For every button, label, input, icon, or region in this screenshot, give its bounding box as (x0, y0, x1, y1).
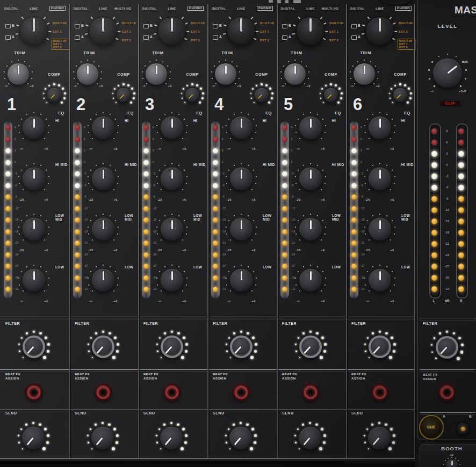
tick-dot (392, 271, 393, 272)
filter-knob[interactable] (92, 335, 114, 358)
meter-scale-label: -33 (360, 288, 368, 290)
eq-hi-mid-knob[interactable] (161, 167, 183, 190)
eq-hi-knob[interactable] (23, 116, 45, 139)
input-selector-knob[interactable] (365, 17, 394, 46)
trim-max-mark: +9 (234, 84, 244, 88)
beat-fx-assign-button[interactable] (301, 383, 320, 402)
input-selector-knob[interactable] (227, 17, 256, 46)
pointer-line (33, 271, 35, 280)
eq-band-label: HI (263, 119, 276, 122)
eq-hi-mid-knob[interactable] (369, 167, 391, 190)
tick-dot (248, 165, 249, 166)
meter-led (75, 264, 80, 269)
beat-fx-assign-button[interactable] (94, 383, 112, 402)
eq-low-mid-knob[interactable] (23, 218, 45, 240)
tick-dot (250, 447, 253, 450)
trim-knob[interactable] (77, 63, 98, 85)
master-filter-label: FILTER (423, 322, 437, 325)
eq-low-mid-knob[interactable] (369, 218, 391, 240)
send-knob[interactable] (229, 427, 252, 449)
tick-dot (330, 83, 331, 85)
comp-knob[interactable] (324, 88, 338, 102)
eq-min-mark: -26 (292, 249, 304, 252)
eq-hi-knob[interactable] (299, 116, 322, 139)
tick-dot (255, 183, 256, 184)
filter-knob[interactable] (230, 335, 253, 358)
eq-low-mid-knob[interactable] (161, 218, 183, 240)
eq-low-knob[interactable] (92, 269, 114, 291)
beat-fx-assign-button[interactable] (371, 383, 389, 402)
tick-dot (156, 60, 157, 61)
tick-dot (164, 266, 165, 267)
beat-fx-assign-button[interactable] (163, 383, 181, 402)
eq-band-label: LOW MID (55, 214, 68, 222)
eq-hi-knob[interactable] (92, 116, 114, 139)
eq-low-knob[interactable] (161, 269, 183, 291)
booth-hi-knob[interactable] (446, 459, 458, 467)
cue-button[interactable]: CUE (421, 417, 442, 437)
tick-dot (288, 61, 289, 62)
trim-knob[interactable] (146, 63, 167, 85)
comp-knob[interactable] (47, 88, 61, 102)
tick-dot (87, 60, 88, 61)
eq-low-knob[interactable] (299, 269, 322, 291)
tick-dot (324, 183, 326, 184)
meter-led (282, 252, 287, 258)
trim-knob[interactable] (284, 63, 306, 85)
master-level-knob[interactable] (433, 59, 462, 87)
input-selector-knob[interactable] (296, 17, 325, 46)
trim-knob[interactable] (8, 63, 29, 85)
tick-dot (372, 266, 373, 267)
send-knob[interactable] (160, 427, 183, 449)
comp-knob[interactable] (117, 88, 131, 102)
send-knob[interactable] (22, 427, 45, 449)
beat-fx-assign-button[interactable] (25, 383, 43, 402)
tick-dot (369, 357, 370, 358)
master-beat-fx-assign-button[interactable] (438, 383, 456, 402)
eq-low-mid-knob[interactable] (230, 218, 253, 240)
eq-hi-mid-knob[interactable] (230, 167, 253, 190)
input-selector-knob[interactable] (157, 17, 186, 46)
comp-knob[interactable] (185, 88, 199, 102)
master-filter-knob[interactable] (436, 336, 458, 359)
meter-scale-label: 3 (153, 149, 160, 152)
comp-knob[interactable] (255, 88, 269, 102)
eq-hi-mid-knob[interactable] (92, 167, 114, 190)
filter-knob[interactable] (23, 335, 45, 358)
filter-knob[interactable] (369, 335, 391, 358)
selector-tick (185, 23, 187, 25)
master-meter-led (458, 128, 464, 134)
trim-knob[interactable] (215, 63, 236, 85)
tick-dot (33, 214, 34, 215)
send-knob[interactable] (91, 427, 114, 449)
send-knob[interactable] (368, 427, 391, 449)
eq-hi-knob[interactable] (161, 116, 183, 139)
meter-scale-label: -9 (153, 195, 160, 198)
eq-hi-mid-knob[interactable] (299, 167, 322, 190)
eq-hi-knob[interactable] (369, 116, 391, 139)
beat-fx-assign-button[interactable] (232, 383, 250, 402)
eq-hi-knob[interactable] (230, 116, 253, 139)
eq-low-knob[interactable] (23, 269, 45, 291)
tick-dot (62, 87, 64, 90)
filter-knob[interactable] (161, 335, 183, 358)
tick-dot (319, 447, 322, 450)
trim-knob[interactable] (354, 63, 375, 85)
eq-hi-mid-knob[interactable] (23, 167, 45, 190)
eq-low-mid-knob[interactable] (299, 218, 322, 240)
eq-low-knob[interactable] (230, 269, 253, 291)
tick-dot (164, 165, 165, 166)
tick-dot (321, 239, 322, 240)
cue-b-button[interactable] (457, 422, 470, 435)
tick-dot (265, 84, 268, 86)
comp-knob[interactable] (393, 88, 407, 102)
input-selector-knob[interactable] (19, 17, 48, 46)
filter-knob[interactable] (299, 335, 322, 358)
send-knob[interactable] (299, 427, 321, 449)
eq-low-knob[interactable] (369, 269, 391, 291)
eq-low-mid-knob[interactable] (92, 218, 114, 240)
input-selector-knob[interactable] (89, 17, 118, 46)
selector-tick (186, 31, 189, 32)
tick-dot (366, 428, 368, 430)
pointer-line (241, 119, 242, 128)
